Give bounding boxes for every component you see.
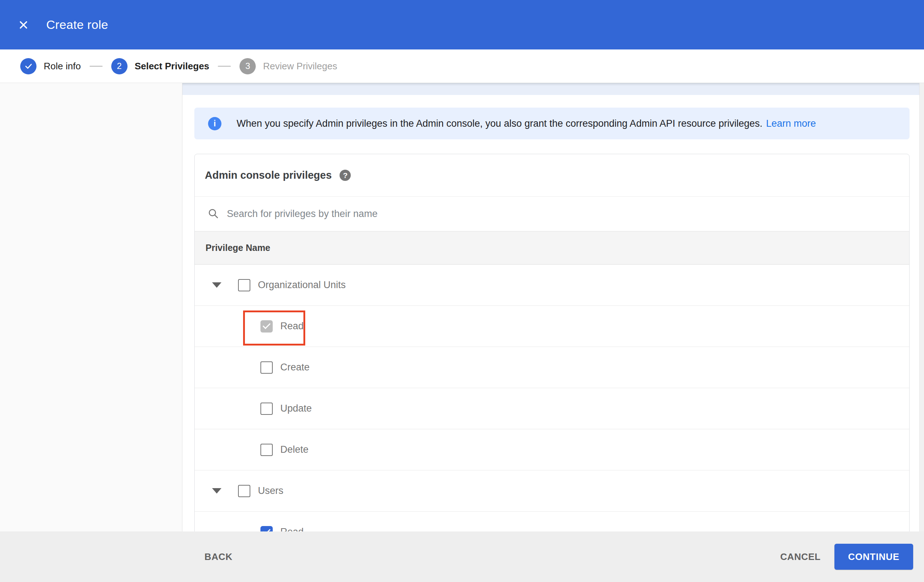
- step-label: Select Privileges: [135, 61, 210, 72]
- privilege-label: Create: [280, 362, 310, 373]
- search-icon: [207, 208, 219, 221]
- left-panel: [0, 83, 182, 531]
- table-header: Privilege Name: [195, 231, 909, 265]
- step-review-privileges[interactable]: 3 Review Privileges: [239, 58, 337, 74]
- card-title-row: Admin console privileges ?: [195, 154, 909, 197]
- privilege-label: Users: [258, 485, 284, 496]
- checkbox-delete[interactable]: [261, 444, 273, 456]
- privilege-label: Read: [280, 321, 304, 332]
- privileges-card: Admin console privileges ? Privilege Nam…: [194, 154, 909, 531]
- stepper: Role info 2 Select Privileges 3 Review P…: [0, 49, 924, 83]
- checkbox-read-checked[interactable]: [261, 320, 273, 333]
- table-row-read-users: Read: [195, 511, 909, 531]
- checkbox-organizational-units[interactable]: [238, 279, 250, 291]
- learn-more-link[interactable]: Learn more: [766, 118, 816, 129]
- checkbox-read-users-checked[interactable]: [261, 526, 273, 532]
- privilege-label: Delete: [280, 444, 309, 455]
- step-check-icon: [20, 58, 36, 74]
- checkbox-update[interactable]: [261, 402, 273, 415]
- page-title: Create role: [46, 18, 108, 32]
- search-row: [195, 197, 909, 231]
- caret-down-icon[interactable]: [212, 282, 221, 288]
- step-connector: [89, 66, 102, 67]
- table-row-update: Update: [195, 388, 909, 429]
- step-label: Role info: [44, 61, 81, 72]
- info-banner: i When you specify Admin privileges in t…: [194, 107, 909, 139]
- table-row-users: Users: [195, 470, 909, 511]
- table-row-organizational-units: Organizational Units: [195, 265, 909, 306]
- close-icon[interactable]: [15, 16, 32, 33]
- checkbox-users[interactable]: [238, 485, 250, 497]
- main-region: i When you specify Admin privileges in t…: [0, 83, 924, 531]
- info-banner-text: When you specify Admin privileges in the…: [237, 118, 816, 129]
- caret-down-icon[interactable]: [212, 488, 221, 493]
- back-button[interactable]: BACK: [205, 551, 233, 562]
- scrolled-content-peek: [182, 83, 919, 95]
- step-number: 3: [239, 58, 256, 74]
- checkbox-create[interactable]: [261, 361, 273, 374]
- scroll-area: i When you specify Admin privileges in t…: [182, 83, 919, 531]
- privilege-label: Update: [280, 403, 312, 414]
- continue-button[interactable]: CONTINUE: [835, 544, 913, 570]
- app-bar: Create role: [0, 0, 924, 49]
- step-role-info[interactable]: Role info: [20, 58, 81, 74]
- step-label: Review Privileges: [263, 61, 337, 72]
- info-icon: i: [208, 117, 221, 130]
- table-row-read-org-units: Read: [195, 306, 909, 347]
- scrollbar[interactable]: [919, 83, 924, 531]
- step-select-privileges[interactable]: 2 Select Privileges: [111, 58, 210, 74]
- search-input[interactable]: [227, 208, 624, 219]
- table-row-create: Create: [195, 347, 909, 388]
- privilege-label: Read: [280, 526, 304, 531]
- column-header-privilege-name: Privilege Name: [206, 242, 270, 253]
- step-connector: [218, 66, 231, 67]
- privilege-label: Organizational Units: [258, 279, 346, 291]
- step-number: 2: [111, 58, 127, 74]
- table-row-delete: Delete: [195, 429, 909, 470]
- footer-bar: BACK CANCEL CONTINUE: [0, 531, 924, 582]
- card-title: Admin console privileges: [205, 169, 332, 181]
- info-banner-message: When you specify Admin privileges in the…: [237, 118, 762, 129]
- cancel-button[interactable]: CANCEL: [780, 551, 821, 562]
- help-icon[interactable]: ?: [340, 170, 351, 181]
